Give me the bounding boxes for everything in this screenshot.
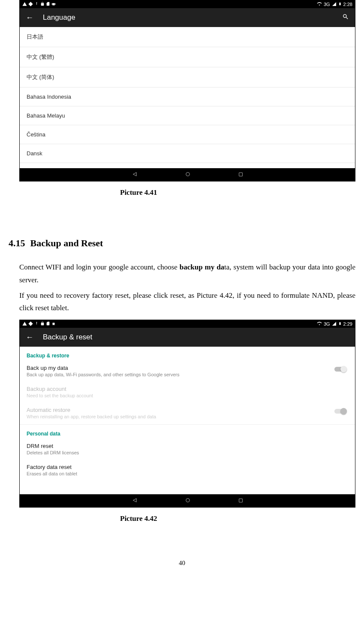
warning-icon <box>22 2 27 7</box>
page-number: 40 <box>9 559 355 567</box>
battery-icon <box>338 1 342 7</box>
section-heading: 4.15 Backup and Reset <box>9 238 355 249</box>
section-title: Backup and Reset <box>30 238 103 248</box>
app-bar: ← Language <box>20 8 355 27</box>
lock-icon <box>40 2 45 7</box>
text-bold: backup my da <box>180 263 224 271</box>
settings-section-header: Backup & restore <box>20 347 355 361</box>
wifi-icon <box>317 321 322 327</box>
nav-home-icon[interactable] <box>185 497 191 505</box>
svg-point-2 <box>186 498 189 502</box>
svg-rect-1 <box>239 172 242 176</box>
language-item[interactable]: Čeština <box>20 125 355 144</box>
nav-recent-icon[interactable] <box>238 497 244 505</box>
nav-home-icon[interactable] <box>185 171 191 178</box>
setting-title: DRM reset <box>27 443 348 449</box>
setting-subtitle: When reinstalling an app, restore backed… <box>27 414 326 419</box>
toggle-switch <box>334 408 348 414</box>
setting-backup-my-data[interactable]: Back up my data Back up app data, Wi-Fi … <box>20 361 355 382</box>
setting-factory-data-reset[interactable]: Factory data reset Erases all data on ta… <box>20 460 355 481</box>
language-item[interactable]: 中文 (繁體) <box>20 47 355 67</box>
screenshot-language: 3G 2:28 ← Language 日本語 中文 (繁體) 中文 (简体) B… <box>19 0 355 181</box>
language-list: 日本語 中文 (繁體) 中文 (简体) Bahasa Indonesia Bah… <box>20 27 355 168</box>
sd-icon <box>46 2 50 7</box>
back-arrow-icon[interactable]: ← <box>26 13 33 22</box>
figure-caption: Picture 4.42 <box>9 514 355 523</box>
language-item-partial[interactable] <box>20 163 355 168</box>
language-item[interactable]: Bahasa Indonesia <box>20 88 355 106</box>
status-bar: 3G 2:29 <box>20 320 355 328</box>
setting-title: Back up my data <box>27 365 326 371</box>
language-item[interactable]: 中文 (简体) <box>20 67 355 88</box>
paragraph: If you need to recovery factory reset, p… <box>19 289 355 315</box>
language-item[interactable]: Dansk <box>20 144 355 163</box>
back-arrow-icon[interactable]: ← <box>26 333 33 342</box>
search-icon[interactable] <box>342 13 349 22</box>
app-bar-title: Language <box>43 13 342 22</box>
setting-subtitle: Deletes all DRM licenses <box>27 450 348 455</box>
setting-title: Backup account <box>27 386 348 392</box>
setting-backup-account: Backup account Need to set the backup ac… <box>20 382 355 403</box>
language-item[interactable]: Bahasa Melayu <box>20 106 355 125</box>
nav-back-icon[interactable] <box>132 497 138 505</box>
setting-subtitle: Need to set the backup account <box>27 393 348 398</box>
rotate-icon <box>28 2 33 7</box>
sd-icon <box>46 321 50 327</box>
setting-title: Factory data reset <box>27 464 348 470</box>
section-number: 4.15 <box>9 238 25 248</box>
navigation-bar <box>20 168 355 181</box>
usb-icon <box>34 2 39 7</box>
usb-icon <box>34 321 39 327</box>
settings-section-header: Personal data <box>20 425 355 439</box>
battery-icon <box>338 321 342 327</box>
android-icon <box>51 321 56 327</box>
setting-subtitle: Erases all data on tablet <box>27 471 348 476</box>
setting-title: Automatic restore <box>27 407 326 413</box>
navigation-bar <box>20 494 355 507</box>
status-bar: 3G 2:28 <box>20 0 355 8</box>
android-icon <box>51 2 56 7</box>
paragraph: Connect WIFI and login your google accou… <box>19 261 355 287</box>
screenshot-backup-reset: 3G 2:29 ← Backup & reset Backup & restor… <box>19 320 355 508</box>
nav-recent-icon[interactable] <box>238 171 244 178</box>
svg-rect-3 <box>239 499 242 502</box>
signal-icon <box>332 2 337 7</box>
app-bar: ← Backup & reset <box>20 328 355 347</box>
text-run: Connect WIFI and login your google accou… <box>19 263 180 271</box>
toggle-switch[interactable] <box>334 366 348 372</box>
status-time: 2:29 <box>343 321 352 327</box>
setting-subtitle: Back up app data, Wi-Fi passwords, and o… <box>27 372 326 377</box>
setting-automatic-restore: Automatic restore When reinstalling an a… <box>20 403 355 424</box>
blank-space <box>20 481 355 494</box>
wifi-icon <box>317 1 322 7</box>
svg-point-0 <box>186 172 189 175</box>
figure-caption: Picture 4.41 <box>9 188 355 197</box>
warning-icon <box>22 321 27 327</box>
network-label: 3G <box>324 321 330 327</box>
signal-icon <box>332 321 337 327</box>
rotate-icon <box>28 321 33 327</box>
app-bar-title: Backup & reset <box>43 333 349 342</box>
nav-back-icon[interactable] <box>132 171 138 178</box>
lock-icon <box>40 321 45 327</box>
status-time: 2:28 <box>343 2 352 7</box>
setting-drm-reset[interactable]: DRM reset Deletes all DRM licenses <box>20 439 355 460</box>
language-item[interactable]: 日本語 <box>20 27 355 47</box>
network-label: 3G <box>324 2 330 7</box>
